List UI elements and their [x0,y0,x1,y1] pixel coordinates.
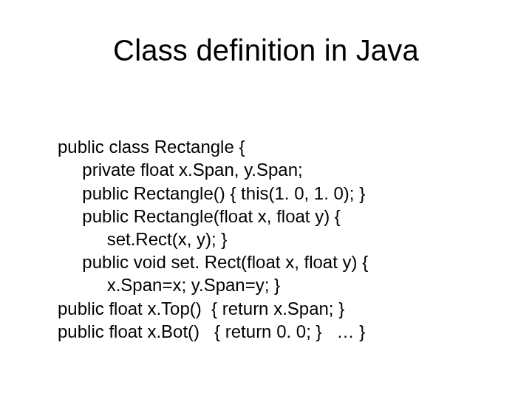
code-block: public class Rectangle { private float x… [58,112,488,343]
code-line: public void set. Rect(float x, float y) … [58,252,368,272]
slide: Class definition in Java public class Re… [0,0,532,399]
code-line: public Rectangle(float x, float y) { [58,206,341,226]
code-line: x.Span=x; y.Span=y; } [58,275,280,295]
code-line: public float x.Top() { return x.Span; } [58,299,344,318]
code-line: private float x.Span, y.Span; [58,160,303,180]
code-line: set.Rect(x, y); } [58,229,227,249]
code-line: public class Rectangle { [58,137,245,157]
code-line: public Rectangle() { this(1. 0, 1. 0); } [58,183,365,203]
code-line: public float x.Bot() { return 0. 0; } … … [58,321,365,341]
slide-title: Class definition in Java [0,34,532,67]
